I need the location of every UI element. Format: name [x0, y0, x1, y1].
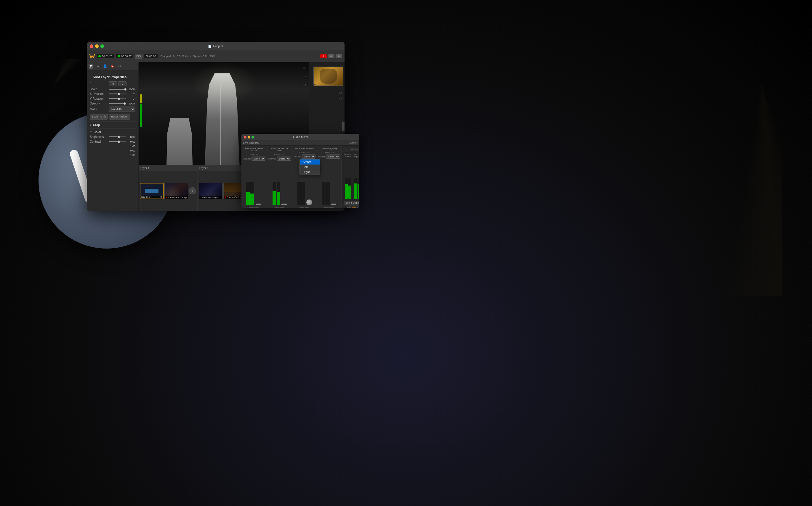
- audio-mixer-window: Audio Mixer Live Sources Master Built In…: [242, 134, 359, 208]
- mixer-ch1-fader-area: [243, 161, 265, 206]
- panel-tool-move[interactable]: ⇄: [88, 64, 93, 69]
- backstage-dot: [165, 197, 167, 198]
- opacity-slider[interactable]: [109, 103, 126, 104]
- opacity-label: Opacity: [90, 102, 109, 105]
- opacity-slider-container: 100%: [109, 102, 135, 105]
- new-shot-thumb[interactable]: New Shot ⚙: [140, 183, 163, 199]
- mixer-ch2-mute[interactable]: M: [275, 207, 279, 208]
- master-section-label: Master: [349, 142, 357, 144]
- mixer-master-speaker[interactable]: 🔊: [352, 206, 356, 208]
- panel-tool-minus[interactable]: ⊖: [117, 64, 122, 69]
- crop-section-title[interactable]: ▶ Crop: [90, 123, 135, 126]
- stream-status-dot: [98, 55, 101, 58]
- preview-camera-label: Preview Camera: [344, 153, 352, 157]
- mixer-channel-4: WBStream_Songlt Order: 0/0 UALine: Stere…: [317, 146, 342, 208]
- dropped-label: Dropped: [160, 55, 171, 58]
- left-panel: ⇄ ◂ 👤 🔖 ⊖ Shot Layer Properties 0 Scale: [87, 62, 139, 211]
- x-rotation-slider[interactable]: [109, 93, 126, 94]
- mixer-ch1-fill-r: [250, 193, 254, 205]
- camera-backstage-thumb[interactable]: Camera-Back-Stage: [164, 183, 188, 199]
- brightness-label: Brightness: [90, 135, 109, 139]
- mixer-maximize[interactable]: [252, 136, 254, 139]
- panel-tool-bookmark[interactable]: 🔖: [110, 64, 115, 69]
- master-header-label: Master: [351, 148, 358, 151]
- mixer-ch4-solo[interactable]: S: [329, 207, 334, 208]
- live-meter-l: [354, 178, 357, 199]
- add-shot-btn-layer1[interactable]: +: [189, 187, 196, 194]
- panel-tool-back[interactable]: ◂: [96, 64, 100, 69]
- reset-position-button[interactable]: Reset Position: [109, 114, 130, 119]
- brightness-slider[interactable]: [109, 137, 126, 137]
- mixer-ch3-channel-select[interactable]: Stereo Left Right: [301, 155, 316, 159]
- go-live-btn-3[interactable]: [336, 54, 342, 58]
- mixer-ch1-knob[interactable]: [256, 203, 261, 205]
- scale-to-fit-button[interactable]: Scale To Fit: [90, 114, 108, 119]
- record-status-indicator: 00:00:27: [116, 54, 134, 59]
- mixer-ch4-mute[interactable]: M: [324, 207, 329, 208]
- on-stage-text: Camera-On-Stage: [227, 196, 244, 198]
- color-section-title[interactable]: ▼ Color: [90, 131, 135, 134]
- mixer-ch4-knob[interactable]: [331, 203, 336, 205]
- dropped-value: 9: [173, 55, 175, 58]
- layer-1-thumbnails: New Shot ⚙ Camera-Back-Stage: [139, 171, 197, 211]
- mixer-ch3-master-knob[interactable]: [306, 199, 312, 205]
- panel-tool-user[interactable]: 👤: [103, 64, 108, 69]
- mixer-ch2-solo[interactable]: S: [280, 207, 284, 208]
- contrast-slider[interactable]: [109, 141, 126, 142]
- mixer-ch2-knob[interactable]: [281, 203, 287, 205]
- dropdown-option-stereo[interactable]: Stereo: [300, 160, 320, 165]
- mixer-ch4-channel-select[interactable]: Stereo: [326, 155, 340, 159]
- brightness-row: Brightness 0.00: [90, 135, 135, 139]
- y-rotation-slider[interactable]: [109, 98, 126, 99]
- matte-select[interactable]: No Matte: [109, 106, 135, 112]
- mixer-master-headphone[interactable]: 🎧: [347, 206, 351, 208]
- mixer-ch1-mute[interactable]: M: [250, 207, 254, 208]
- volume-markers: -6 -12 -18: [302, 67, 306, 86]
- record-status-dot: [118, 55, 120, 58]
- mixer-ch3-solo[interactable]: S: [305, 207, 309, 208]
- mixer-ch2-fill-r: [277, 192, 280, 205]
- crop-label: Crop: [93, 123, 100, 126]
- close-button[interactable]: [90, 45, 93, 48]
- panel-collapse-button[interactable]: «: [342, 121, 344, 131]
- mixer-ch1-solo[interactable]: S: [255, 207, 259, 208]
- position-x-input[interactable]: [109, 81, 117, 86]
- mixer-ch2-channel-select[interactable]: Stereo: [277, 157, 291, 161]
- meter-fill-green: [140, 103, 142, 127]
- value-row-5: 1.00: [90, 154, 135, 157]
- scale-slider-container: 100%: [109, 88, 135, 91]
- stream-status-indicator: 00:01:25: [96, 54, 114, 59]
- left-stage-label: Camera-Left-Stage: [199, 196, 222, 199]
- value-3: 1.00: [109, 145, 135, 148]
- mixer-close[interactable]: [244, 136, 247, 139]
- maximize-button[interactable]: [100, 45, 104, 48]
- scale-slider[interactable]: [109, 89, 126, 90]
- dropdown-option-right[interactable]: Right: [300, 170, 320, 175]
- go-live-btn-1[interactable]: [320, 54, 327, 58]
- mixer-ch3-header: Wiz Stream Source A: [293, 147, 316, 150]
- position-y-input[interactable]: [118, 81, 127, 86]
- dropdown-option-left[interactable]: Left: [300, 165, 320, 170]
- minimize-button[interactable]: [95, 45, 98, 48]
- mixer-ch2-order-label: Order: 0/1: [268, 153, 291, 156]
- cpu-value: System CPU: 15%: [193, 55, 215, 58]
- matte-row: Matte No Matte: [90, 106, 135, 112]
- mixer-ch3-mute[interactable]: M: [300, 207, 304, 208]
- go-live-btn-2[interactable]: [328, 54, 334, 58]
- audio-output-row: Built-in Output: [343, 200, 359, 205]
- mixer-ch2-fader-area: [268, 161, 291, 206]
- live-meter-r: [357, 178, 359, 199]
- mixer-ch1-controls: M S: [243, 206, 265, 208]
- mixer-master-content: Preview Camera Live Output: [343, 152, 359, 200]
- x-rotation-slider-container: 0°: [109, 93, 135, 96]
- audio-output-select[interactable]: Built-in Output: [344, 201, 359, 205]
- mixer-ch4-controls: M S: [318, 206, 340, 208]
- camera-left-stage-thumb[interactable]: Camera-Left-Stage: [199, 183, 222, 199]
- mixer-channel-1: Built In Microphone Audio Order: 0/1 Cha…: [242, 146, 267, 208]
- mixer-ch1-channel-select[interactable]: Stereo: [252, 157, 265, 161]
- value-row-3: 1.00: [90, 145, 135, 148]
- mixer-minimize[interactable]: [248, 136, 250, 139]
- window-titlebar: 📄 Project: [87, 42, 344, 50]
- shot-layer-1-header: Layer 1: [139, 165, 197, 171]
- iso-button[interactable]: ISO: [135, 54, 142, 59]
